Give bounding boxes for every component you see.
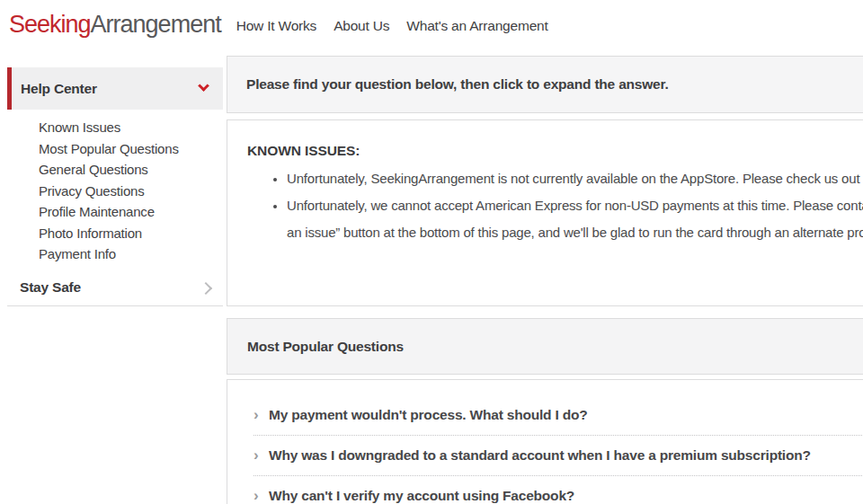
nav-link-how-it-works[interactable]: How It Works	[236, 18, 316, 34]
sidebar-item-profile-maintenance[interactable]: Profile Maintenance	[7, 201, 223, 223]
nav-link-about-us[interactable]: About Us	[334, 18, 389, 34]
sidebar-menu-row: Known Issues	[7, 117, 223, 138]
question-row-verify-facebook[interactable]: › Why can't I verify my account using Fa…	[254, 476, 863, 504]
sidebar-menu-row: General Questions	[7, 159, 223, 181]
stay-safe-label: Stay Safe	[20, 279, 81, 295]
known-issue-item: Unfortunately, we cannot accept American…	[287, 192, 863, 246]
known-issues-panel: KNOWN ISSUES: Unfortunately, SeekingArra…	[227, 119, 863, 306]
sidebar-item-privacy-questions[interactable]: Privacy Questions	[7, 181, 223, 202]
known-issue-text: Unfortunately, SeekingArrangement is not…	[287, 165, 863, 192]
sidebar: Help Center Known Issues Most Popular Qu…	[7, 67, 223, 306]
sidebar-item-general-questions[interactable]: General Questions	[7, 159, 223, 181]
sidebar-item-most-popular-questions[interactable]: Most Popular Questions	[7, 138, 223, 160]
sidebar-menu-row: Photo Information	[7, 223, 223, 244]
main-nav: How It Works About Us What's an Arrangem…	[236, 18, 565, 34]
sidebar-menu-row: Profile Maintenance	[7, 201, 223, 223]
page-layout: Help Center Known Issues Most Popular Qu…	[0, 49, 863, 504]
nav-link-whats-an-arrangement[interactable]: What's an Arrangement	[406, 18, 547, 34]
accordion-chevron-icon: ›	[254, 405, 269, 425]
sidebar-menu: Known Issues Most Popular Questions Gene…	[7, 117, 223, 265]
known-issues-list: Unfortunately, SeekingArrangement is not…	[247, 165, 863, 246]
chevron-down-icon	[198, 80, 209, 92]
sidebar-title: Help Center	[21, 81, 97, 97]
chevron-right-icon	[200, 281, 212, 294]
question-text: My payment wouldn't process. What should…	[269, 405, 587, 425]
known-issues-heading: KNOWN ISSUES:	[247, 142, 863, 160]
sidebar-menu-row: Most Popular Questions	[7, 138, 223, 160]
question-row-downgraded-account[interactable]: › Why was I downgraded to a standard acc…	[254, 436, 863, 476]
question-row-payment-process[interactable]: › My payment wouldn't process. What shou…	[254, 395, 863, 436]
main-content: Please find your question below, then cl…	[227, 49, 863, 504]
question-text: Why can't I verify my account using Face…	[269, 486, 574, 504]
known-issue-item: Unfortunately, SeekingArrangement is not…	[287, 165, 863, 192]
sidebar-item-payment-info[interactable]: Payment Info	[7, 243, 223, 265]
instruction-banner: Please find your question below, then cl…	[227, 56, 863, 113]
known-issue-text: an issue” button at the bottom of this p…	[287, 219, 863, 246]
logo-seeking: Seeking	[9, 11, 91, 38]
logo-arrangement: Arrangement	[91, 11, 221, 38]
accordion-chevron-icon: ›	[254, 486, 269, 504]
sidebar-menu-row: Privacy Questions	[7, 181, 223, 202]
instruction-banner-text: Please find your question below, then cl…	[246, 76, 669, 92]
logo-link[interactable]: SeekingArrangement	[9, 11, 221, 39]
known-issue-text: Unfortunately, we cannot accept American…	[287, 192, 863, 219]
sidebar-item-stay-safe[interactable]: Stay Safe	[7, 279, 223, 296]
most-popular-header-bar: Most Popular Questions	[227, 318, 863, 375]
sidebar-item-known-issues[interactable]: Known Issues	[7, 117, 223, 138]
sidebar-item-photo-information[interactable]: Photo Information	[7, 223, 223, 244]
questions-panel: › My payment wouldn't process. What shou…	[227, 379, 863, 504]
question-text: Why was I downgraded to a standard accou…	[269, 446, 811, 465]
most-popular-header-text: Most Popular Questions	[247, 339, 404, 355]
sidebar-header-help-center[interactable]: Help Center	[7, 67, 223, 110]
accordion-chevron-icon: ›	[254, 446, 269, 465]
sidebar-menu-row: Payment Info	[7, 243, 223, 265]
top-header: SeekingArrangement How It Works About Us…	[0, 0, 863, 49]
